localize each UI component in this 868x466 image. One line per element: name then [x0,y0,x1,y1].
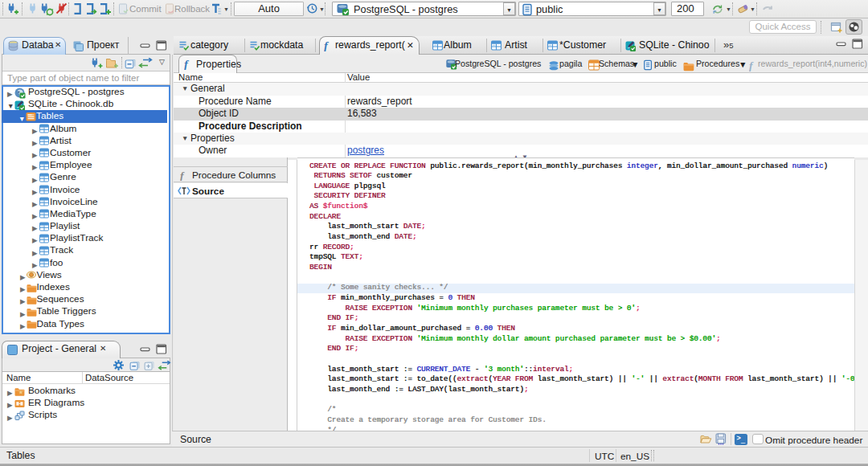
svg-text:f: f [749,59,754,72]
svg-text:f: f [184,59,190,70]
svg-text:f: f [324,40,330,51]
svg-text:f: f [180,170,185,181]
